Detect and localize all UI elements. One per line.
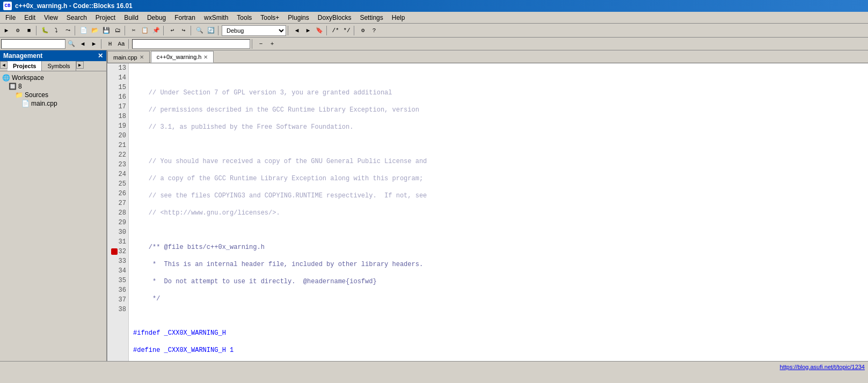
line-32: 32	[110, 247, 126, 256]
search-prev-btn[interactable]: ◀	[77, 39, 88, 49]
line-26: 26	[110, 189, 126, 198]
code-line-26: */	[133, 294, 864, 304]
file-icon: 📄	[21, 100, 30, 107]
menu-item-doxyblocks[interactable]: DoxyBlocks	[313, 12, 356, 23]
status-bar: https://blog.asufi.net/t/topic/1234	[0, 361, 868, 372]
title-bar: CB c++0x_warning.h - Code::Blocks 16.01	[0, 0, 868, 12]
sep7	[288, 26, 290, 35]
panel-header: Management ✕	[0, 50, 106, 61]
menu-item-search[interactable]: Search	[62, 12, 91, 23]
search-icon[interactable]: 🔍	[66, 39, 77, 49]
tab-projects[interactable]: Projects	[8, 61, 42, 71]
code-content[interactable]: // Under Section 7 of GPL version 3, you…	[129, 63, 868, 361]
tab-main-cpp-close[interactable]: ✕	[140, 54, 144, 60]
save-all-btn[interactable]: 🗂	[112, 25, 123, 36]
code-line-18: // You should have received a copy of th…	[133, 157, 864, 166]
save-btn[interactable]: 💾	[101, 25, 112, 36]
tab-warning-h[interactable]: c++0x_warning.h ✕	[151, 51, 214, 63]
panel-prev-btn[interactable]: ◀	[0, 61, 8, 69]
tab-symbols[interactable]: Symbols	[42, 61, 76, 71]
sep4	[163, 26, 165, 35]
stop-btn[interactable]: ■	[24, 25, 34, 36]
code-line-16: // 3.1, as published by the Free Softwar…	[133, 122, 864, 132]
run-btn[interactable]: ▶	[1, 25, 12, 36]
toolbar-2: 🔍 ◀ ▶ H Aa − +	[0, 38, 868, 50]
paste-btn[interactable]: 📌	[151, 25, 162, 36]
panel-title: Management	[3, 52, 42, 60]
panel-tabs: ◀ Projects Symbols ▶	[0, 61, 106, 71]
tab-warning-h-label: c++0x_warning.h	[157, 54, 202, 60]
menu-item-tools+[interactable]: Tools+	[256, 12, 283, 23]
new-btn[interactable]: 📄	[78, 25, 89, 36]
cut-btn[interactable]: ✂	[128, 25, 139, 36]
zoom-in-btn[interactable]: +	[267, 39, 278, 49]
search-next-btn[interactable]: ▶	[89, 39, 99, 49]
build-btn[interactable]: ⚙	[12, 25, 23, 36]
undo-btn[interactable]: ↩	[167, 25, 178, 36]
line-17: 17	[110, 102, 126, 112]
line-33: 33	[110, 256, 126, 266]
code-line-13	[133, 71, 864, 80]
menu-item-project[interactable]: Project	[91, 12, 120, 23]
match-case-btn[interactable]: Aa	[116, 39, 127, 49]
comment-btn[interactable]: /*	[330, 25, 341, 36]
menu-item-file[interactable]: File	[1, 12, 20, 23]
main-layout: Management ✕ ◀ Projects Symbols ▶ 🌐 Work…	[0, 50, 868, 361]
debug-btn[interactable]: 🐛	[40, 25, 50, 36]
sep2	[75, 26, 77, 35]
line-15: 15	[110, 83, 126, 92]
menu-item-debug[interactable]: Debug	[143, 12, 170, 23]
menu-item-settings[interactable]: Settings	[355, 12, 387, 23]
bookmark-btn[interactable]: 🔖	[314, 25, 325, 36]
line-23: 23	[110, 160, 126, 170]
panel-close-icon[interactable]: ✕	[98, 52, 103, 60]
step-btn[interactable]: ⤵	[51, 25, 62, 36]
sep5	[191, 26, 193, 35]
forward-btn[interactable]: ▶	[303, 25, 313, 36]
menu-item-help[interactable]: Help	[388, 12, 410, 23]
menu-item-wxsmith[interactable]: wxSmith	[200, 12, 232, 23]
line-16: 16	[110, 92, 126, 102]
menu-item-fortran[interactable]: Fortran	[170, 12, 200, 23]
menu-item-tools[interactable]: Tools	[232, 12, 256, 23]
line-25: 25	[110, 179, 126, 189]
toolbar-1: ▶ ⚙ ■ 🐛 ⤵ ⤳ 📄 📂 💾 🗂 ✂ 📋 📌 ↩ ↪ 🔍 🔄 Debug …	[0, 24, 868, 38]
line-38: 38	[110, 305, 126, 314]
zoom-out-btn[interactable]: −	[256, 39, 266, 49]
line-29: 29	[110, 218, 126, 227]
line-34: 34	[110, 266, 126, 276]
menu-bar: FileEditViewSearchProjectBuildDebugFortr…	[0, 12, 868, 24]
copy-btn[interactable]: 📋	[140, 25, 150, 36]
tree-main-cpp[interactable]: 📄 main.cpp	[2, 99, 104, 108]
status-link[interactable]: https://blog.asufi.net/t/topic/1234	[780, 364, 865, 370]
line-19: 19	[110, 121, 126, 131]
folder-icon: 📁	[15, 91, 23, 99]
menu-item-edit[interactable]: Edit	[20, 12, 40, 23]
goto-input[interactable]	[132, 39, 250, 49]
find-btn[interactable]: 🔍	[194, 25, 205, 36]
menu-item-plugins[interactable]: Plugins	[283, 12, 313, 23]
tab-main-cpp[interactable]: main.cpp ✕	[107, 51, 150, 63]
code-line-29: #define _CXX0X_WARNING_H 1	[133, 345, 864, 355]
tab-warning-h-close[interactable]: ✕	[203, 54, 208, 60]
step-over-btn[interactable]: ⤳	[62, 25, 73, 36]
help-btn[interactable]: ?	[369, 25, 380, 36]
settings-btn[interactable]: ⚙	[358, 25, 368, 36]
tree-workspace[interactable]: 🌐 Workspace	[2, 73, 104, 82]
redo-btn[interactable]: ↪	[178, 25, 189, 36]
open-btn[interactable]: 📂	[90, 25, 100, 36]
build-config-dropdown[interactable]: Debug Release	[222, 25, 286, 36]
menu-item-build[interactable]: Build	[120, 12, 143, 23]
panel-next-btn[interactable]: ▶	[76, 61, 84, 69]
replace-btn[interactable]: 🔄	[206, 25, 216, 36]
sep1	[36, 26, 38, 35]
uncomment-btn[interactable]: */	[341, 25, 352, 36]
tree-sources-folder[interactable]: 📁 Sources	[2, 91, 104, 99]
menu-item-view[interactable]: View	[40, 12, 62, 23]
line-18: 18	[110, 112, 126, 121]
tree-project[interactable]: 🔲 8	[2, 82, 104, 91]
back-btn[interactable]: ◀	[291, 25, 302, 36]
search-input[interactable]	[1, 39, 65, 49]
line-14: 14	[110, 73, 126, 83]
highlight-btn[interactable]: H	[105, 39, 115, 49]
